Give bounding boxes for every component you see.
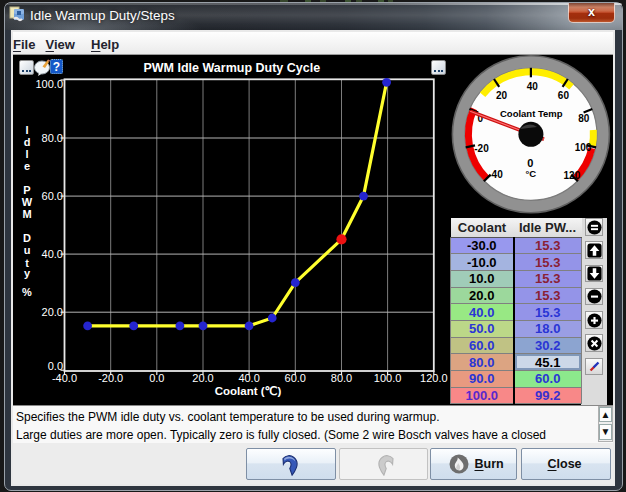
- svg-text:0.0: 0.0: [149, 372, 164, 384]
- svg-text:-40: -40: [488, 169, 503, 180]
- svg-text:Coolant (℃): Coolant (℃): [215, 385, 282, 397]
- svg-text:d: d: [24, 136, 31, 148]
- svg-text:40.0: 40.0: [238, 372, 259, 384]
- svg-text:P: P: [23, 184, 30, 196]
- svg-text:PWM Idle Warmup Duty Cycle: PWM Idle Warmup Duty Cycle: [143, 61, 320, 75]
- svg-text:120.0: 120.0: [420, 372, 448, 384]
- svg-text:D: D: [23, 232, 31, 244]
- svg-text:100.0: 100.0: [35, 78, 63, 90]
- svg-text:Coolant Temp: Coolant Temp: [500, 108, 563, 119]
- svg-text:0: 0: [527, 157, 533, 169]
- svg-text:u: u: [24, 244, 31, 256]
- svg-text:W: W: [22, 196, 33, 208]
- svg-text:20: 20: [496, 90, 508, 101]
- svg-text:100: 100: [575, 142, 592, 153]
- svg-text:20.0: 20.0: [192, 372, 213, 384]
- svg-text:40: 40: [527, 81, 539, 92]
- svg-text:-20: -20: [474, 143, 489, 154]
- svg-text:60.0: 60.0: [285, 372, 306, 384]
- svg-text:I: I: [25, 124, 28, 136]
- svg-text:120: 120: [564, 170, 581, 181]
- svg-text:80.0: 80.0: [42, 132, 63, 144]
- svg-text:60: 60: [558, 90, 570, 101]
- svg-text:°C: °C: [526, 168, 537, 179]
- svg-text:80: 80: [578, 113, 590, 124]
- svg-text:M: M: [22, 208, 31, 220]
- svg-text:20.0: 20.0: [42, 306, 63, 318]
- svg-text:y: y: [24, 267, 31, 279]
- svg-text:-20.0: -20.0: [98, 372, 123, 384]
- svg-text:0.0: 0.0: [48, 360, 63, 372]
- svg-text:%: %: [22, 286, 32, 298]
- svg-text:e: e: [24, 160, 30, 172]
- svg-text:-40.0: -40.0: [52, 372, 77, 384]
- svg-text:100.0: 100.0: [374, 372, 402, 384]
- svg-text:60.0: 60.0: [42, 190, 63, 202]
- svg-text:l: l: [25, 148, 28, 160]
- svg-text:40.0: 40.0: [42, 248, 63, 260]
- svg-text:80.0: 80.0: [331, 372, 352, 384]
